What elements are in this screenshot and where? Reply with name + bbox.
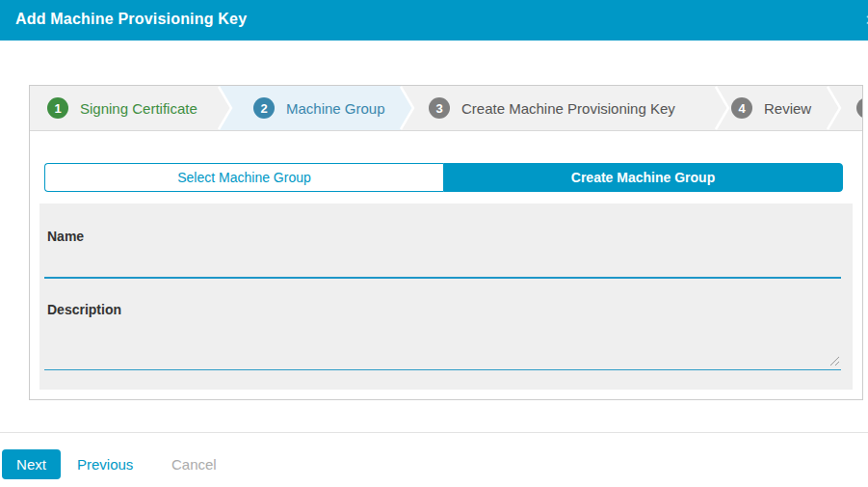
cancel-button[interactable]: Cancel: [171, 456, 217, 473]
next-button[interactable]: Next: [2, 449, 61, 479]
name-label: Name: [47, 229, 841, 244]
resize-grip-icon[interactable]: [828, 354, 840, 366]
step-number-badge: 3: [429, 97, 450, 119]
step-signing-certificate[interactable]: 1 Signing Certificate: [47, 86, 197, 130]
chevron-separator-icon: [218, 86, 233, 130]
chevron-separator-icon: [827, 86, 842, 130]
footer-divider: [0, 432, 868, 433]
step-review[interactable]: 4 Review: [731, 86, 811, 130]
description-label: Description: [47, 302, 841, 317]
wizard-panel: 1 Signing Certificate 2 Machine Group 3 …: [29, 85, 863, 400]
tab-create-machine-group[interactable]: Create Machine Group: [443, 163, 843, 192]
name-input[interactable]: [44, 244, 841, 279]
chevron-separator-icon: [715, 86, 730, 130]
step-number-badge: 2: [253, 97, 275, 119]
step-label: Create Machine Provisioning Key: [461, 100, 675, 117]
step-create-machine-provisioning-key[interactable]: 3 Create Machine Provisioning Key: [429, 86, 675, 130]
step-partial[interactable]: [856, 86, 862, 130]
close-icon[interactable]: ✕: [864, 12, 868, 29]
name-field-group: Name: [44, 229, 841, 279]
previous-button[interactable]: Previous: [77, 456, 133, 473]
step-label: Review: [764, 100, 811, 117]
wizard-step-bar: 1 Signing Certificate 2 Machine Group 3 …: [30, 86, 862, 131]
description-field-group: Description: [44, 302, 841, 370]
step-number-badge: 1: [47, 97, 68, 119]
tab-select-machine-group[interactable]: Select Machine Group: [44, 163, 443, 192]
step-label: Machine Group: [286, 100, 385, 117]
step-machine-group[interactable]: 2 Machine Group: [253, 86, 385, 130]
step-number-badge: [856, 97, 862, 119]
dialog-header: Add Machine Provisioning Key ✕: [0, 0, 868, 41]
step-label: Signing Certificate: [80, 100, 197, 117]
create-machine-group-form: Name Description: [39, 203, 853, 390]
step-number-badge: 4: [731, 97, 752, 119]
machine-group-tabs: Select Machine Group Create Machine Grou…: [44, 163, 843, 192]
chevron-separator-icon: [400, 86, 415, 130]
dialog-title: Add Machine Provisioning Key: [15, 11, 247, 28]
description-textarea[interactable]: [44, 317, 841, 370]
